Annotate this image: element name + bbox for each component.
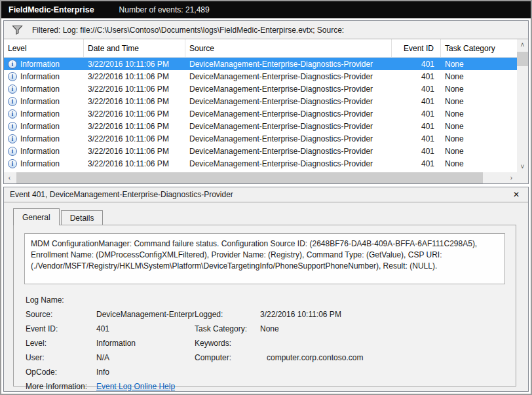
scroll-left-arrow[interactable]: ‹ bbox=[4, 172, 15, 183]
row-date-time: 3/22/2016 10:11:06 PM bbox=[84, 157, 185, 170]
table-row[interactable]: i Information 3/22/2016 10:11:06 PM Devi… bbox=[4, 83, 517, 95]
row-level: Information bbox=[20, 109, 60, 119]
event-description: MDM ConfigurationManager: Command failur… bbox=[24, 233, 505, 284]
row-level: Information bbox=[20, 72, 60, 81]
row-event-id: 401 bbox=[392, 107, 441, 120]
information-icon: i bbox=[8, 122, 17, 131]
events-count: Number of events: 21,489 bbox=[119, 5, 210, 14]
row-date-time: 3/22/2016 10:11:06 PM bbox=[84, 95, 185, 107]
row-event-id: 401 bbox=[392, 132, 441, 145]
event-viewer-window: FieldMedic-Enterprise Number of events: … bbox=[0, 0, 532, 395]
user-value: N/A bbox=[96, 353, 195, 362]
table-row[interactable]: i Information 3/22/2016 10:11:06 PM Devi… bbox=[4, 95, 517, 107]
user-label: User: bbox=[26, 353, 96, 362]
table-rows: i Information 3/22/2016 10:11:06 PM Devi… bbox=[4, 58, 517, 172]
event-log-online-help-link[interactable]: Event Log Online Help bbox=[96, 382, 175, 391]
scroll-up-arrow[interactable]: ˄ bbox=[517, 39, 528, 50]
information-icon: i bbox=[8, 109, 17, 119]
table-header-row: Level Date and Time Source Event ID Task… bbox=[4, 39, 517, 58]
task-category-value: None bbox=[260, 324, 505, 333]
row-event-id: 401 bbox=[392, 145, 441, 157]
general-tab-page: MDM ConfigurationManager: Command failur… bbox=[13, 225, 516, 386]
row-event-id: 401 bbox=[392, 120, 441, 132]
vertical-scroll-track[interactable] bbox=[517, 50, 528, 161]
filter-description: Filtered: Log: file://C:\Users\Contoso\D… bbox=[32, 26, 344, 35]
row-event-id: 401 bbox=[392, 58, 441, 70]
source-value: DeviceManagement-Enterpr bbox=[96, 310, 195, 319]
table-row[interactable]: i Information 3/22/2016 10:11:06 PM Devi… bbox=[4, 157, 517, 170]
information-icon: i bbox=[8, 60, 17, 69]
row-date-time: 3/22/2016 10:11:06 PM bbox=[84, 58, 185, 70]
level-value: Information bbox=[96, 339, 195, 348]
table-row[interactable]: i Information 3/22/2016 10:11:06 PM Devi… bbox=[4, 58, 517, 70]
computer-label: Computer: bbox=[195, 353, 260, 362]
computer-value: computer.corp.contoso.com bbox=[260, 353, 505, 362]
horizontal-scroll-thumb[interactable] bbox=[16, 172, 483, 183]
event-list-panel: Filtered: Log: file://C:\Users\Contoso\D… bbox=[3, 20, 529, 184]
row-source: DeviceManagement-Enterprise-Diagnostics-… bbox=[185, 132, 392, 145]
opcode-label: OpCode: bbox=[26, 367, 96, 377]
table-row[interactable]: i Information 3/22/2016 10:11:06 PM Devi… bbox=[4, 120, 517, 132]
vertical-scroll-thumb[interactable] bbox=[517, 52, 528, 66]
column-header-event-id[interactable]: Event ID bbox=[392, 39, 441, 57]
row-source: DeviceManagement-Enterprise-Diagnostics-… bbox=[185, 145, 392, 157]
keywords-label: Keywords: bbox=[195, 339, 260, 348]
row-event-id: 401 bbox=[392, 157, 441, 170]
scroll-right-arrow[interactable]: › bbox=[506, 172, 517, 183]
logged-value: 3/22/2016 10:11:06 PM bbox=[260, 310, 505, 319]
column-header-source[interactable]: Source bbox=[185, 39, 392, 57]
tab-general[interactable]: General bbox=[13, 208, 60, 225]
filter-bar: Filtered: Log: file://C:\Users\Contoso\D… bbox=[4, 21, 528, 39]
row-task-category: None bbox=[441, 132, 517, 145]
event-id-label: Event ID: bbox=[26, 324, 96, 333]
row-task-category: None bbox=[441, 145, 517, 157]
row-source: DeviceManagement-Enterprise-Diagnostics-… bbox=[185, 58, 392, 70]
filter-funnel-icon bbox=[12, 25, 23, 35]
table-row[interactable]: i Information 3/22/2016 10:11:06 PM Devi… bbox=[4, 132, 517, 145]
row-date-time: 3/22/2016 10:11:06 PM bbox=[84, 120, 185, 132]
event-id-value: 401 bbox=[96, 324, 195, 333]
information-icon: i bbox=[8, 72, 17, 81]
horizontal-scroll-track[interactable] bbox=[15, 172, 506, 183]
column-header-task-category[interactable]: Task Category bbox=[441, 39, 517, 57]
event-preview-pane: Event 401, DeviceManagement-Enterprise-D… bbox=[3, 187, 529, 392]
row-source: DeviceManagement-Enterprise-Diagnostics-… bbox=[185, 83, 392, 95]
row-task-category: None bbox=[441, 157, 517, 170]
row-task-category: None bbox=[441, 58, 517, 70]
tab-details[interactable]: Details bbox=[61, 210, 104, 225]
table-row[interactable]: i Information 3/22/2016 10:11:06 PM Devi… bbox=[4, 145, 517, 157]
preview-title: Event 401, DeviceManagement-Enterprise-D… bbox=[10, 190, 233, 199]
event-table: Level Date and Time Source Event ID Task… bbox=[4, 39, 528, 183]
row-event-id: 401 bbox=[392, 95, 441, 107]
row-task-category: None bbox=[441, 95, 517, 107]
information-icon: i bbox=[8, 147, 17, 156]
table-row[interactable]: i Information 3/22/2016 10:11:06 PM Devi… bbox=[4, 70, 517, 83]
row-source: DeviceManagement-Enterprise-Diagnostics-… bbox=[185, 107, 392, 120]
row-date-time: 3/22/2016 10:11:06 PM bbox=[84, 132, 185, 145]
row-level: Information bbox=[20, 97, 60, 106]
table-row[interactable]: i Information 3/22/2016 10:11:06 PM Devi… bbox=[4, 107, 517, 120]
vertical-scrollbar[interactable]: ˄ ˅ bbox=[517, 39, 528, 183]
information-icon: i bbox=[8, 159, 17, 168]
close-icon[interactable]: ✕ bbox=[510, 190, 522, 199]
information-icon: i bbox=[8, 97, 17, 106]
row-date-time: 3/22/2016 10:11:06 PM bbox=[84, 145, 185, 157]
row-level: Information bbox=[20, 60, 60, 69]
title-bar: FieldMedic-Enterprise Number of events: … bbox=[1, 1, 531, 18]
row-event-id: 401 bbox=[392, 70, 441, 83]
task-category-label: Task Category: bbox=[195, 324, 260, 333]
row-task-category: None bbox=[441, 107, 517, 120]
row-level: Information bbox=[20, 147, 60, 156]
row-source: DeviceManagement-Enterprise-Diagnostics-… bbox=[185, 70, 392, 83]
level-label: Level: bbox=[26, 339, 96, 348]
event-fields: Log Name: Source: DeviceManagement-Enter… bbox=[24, 293, 505, 394]
source-label: Source: bbox=[26, 310, 96, 319]
column-header-date[interactable]: Date and Time bbox=[84, 39, 185, 57]
opcode-value: Info bbox=[96, 367, 195, 377]
row-date-time: 3/22/2016 10:11:06 PM bbox=[84, 107, 185, 120]
column-header-level[interactable]: Level bbox=[4, 39, 84, 57]
horizontal-scrollbar[interactable]: ‹ › bbox=[4, 172, 517, 183]
information-icon: i bbox=[8, 134, 17, 143]
scroll-down-arrow[interactable]: ˅ bbox=[517, 161, 528, 172]
row-source: DeviceManagement-Enterprise-Diagnostics-… bbox=[185, 120, 392, 132]
